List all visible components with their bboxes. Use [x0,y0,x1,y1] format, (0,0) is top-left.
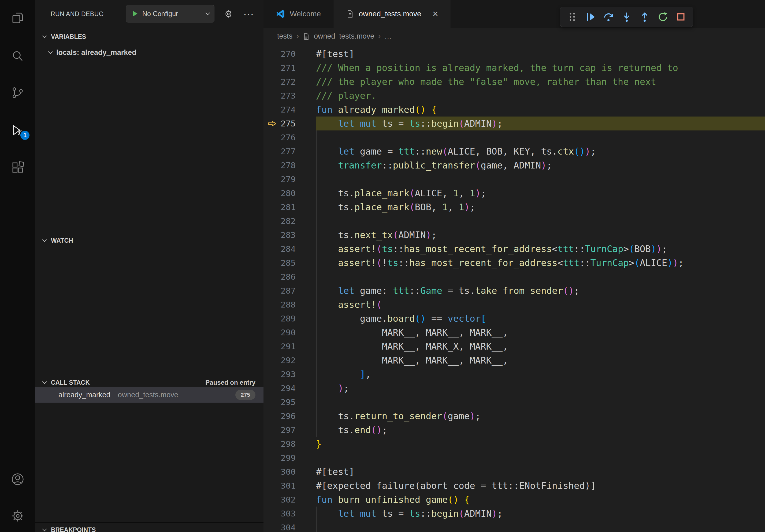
source-control-icon[interactable] [0,78,35,108]
line-number[interactable]: 301 [264,479,296,493]
breadcrumb-file[interactable]: owned_tests.move [314,32,374,40]
line-number[interactable]: 290 [264,326,296,339]
code-line-285[interactable]: 285 assert!(!ts::has_most_recent_for_add… [264,256,765,270]
code-line-274[interactable]: 274fun already_marked() { [264,103,765,117]
settings-gear-icon[interactable] [0,501,35,531]
line-number[interactable]: 297 [264,423,296,437]
code-line-297[interactable]: 297 ts.end(); [264,423,765,437]
variables-scope-locals[interactable]: locals: already_marked [35,46,264,59]
code-line-282[interactable]: 282 [264,214,765,228]
line-number[interactable]: 275 [264,117,296,131]
extensions-icon[interactable] [0,153,35,182]
line-number[interactable]: 272 [264,75,296,89]
code-line-304[interactable]: 304 [264,520,765,532]
call-stack-frame[interactable]: already_marked owned_tests.move 275 [35,387,264,402]
code-line-283[interactable]: 283 ts.next_tx(ADMIN); [264,228,765,242]
line-number[interactable]: 271 [264,61,296,75]
line-number[interactable]: 283 [264,228,296,242]
line-number[interactable]: 288 [264,298,296,312]
code-line-301[interactable]: 301#[expected_failure(abort_code = ttt::… [264,479,765,493]
line-number[interactable]: 281 [264,200,296,214]
code-line-281[interactable]: 281 ts.place_mark(BOB, 1, 1); [264,200,765,214]
line-number[interactable]: 286 [264,270,296,284]
line-number[interactable]: 277 [264,144,296,158]
line-number[interactable]: 278 [264,158,296,172]
code-line-288[interactable]: 288 assert!( [264,298,765,312]
line-number[interactable]: 273 [264,89,296,103]
files-explorer-icon[interactable] [0,3,35,33]
line-number[interactable]: 285 [264,256,296,270]
tab-owned-tests-move[interactable]: owned_tests.move × [334,0,451,28]
line-number[interactable]: 280 [264,186,296,200]
more-actions-ellipsis-icon[interactable]: ⋯ [243,9,254,19]
line-number[interactable]: 284 [264,242,296,256]
line-number[interactable]: 303 [264,507,296,520]
line-number[interactable]: 294 [264,381,296,395]
restart-button[interactable] [656,10,670,24]
line-number[interactable]: 270 [264,47,296,61]
line-number[interactable]: 274 [264,103,296,117]
code-line-280[interactable]: 280 ts.place_mark(ALICE, 1, 1); [264,186,765,200]
code-line-271[interactable]: 271/// When a position is already marked… [264,61,765,75]
debug-toolbar-drag-handle[interactable] [565,10,579,24]
start-debug-play-icon[interactable] [131,10,139,18]
code-line-299[interactable]: 299 [264,451,765,465]
code-line-278[interactable]: 278 transfer::public_transfer(game, ADMI… [264,158,765,172]
line-number[interactable]: 291 [264,339,296,353]
code-line-289[interactable]: 289 game.board() == vector[ [264,312,765,326]
section-header-breakpoints[interactable]: BREAKPOINTS [35,523,264,532]
code-line-284[interactable]: 284 assert!(ts::has_most_recent_for_addr… [264,242,765,256]
step-over-button[interactable] [602,10,615,24]
run-and-debug-icon[interactable]: 1 [0,116,35,145]
debug-settings-gear-icon[interactable] [223,9,234,19]
code-line-302[interactable]: 302fun burn_unfinished_game() { [264,493,765,507]
code-line-290[interactable]: 290 MARK__, MARK__, MARK__, [264,326,765,339]
line-number[interactable]: 304 [264,520,296,532]
code-line-277[interactable]: 277 let game = ttt::new(ALICE, BOB, KEY,… [264,144,765,158]
code-line-296[interactable]: 296 ts.return_to_sender(game); [264,409,765,423]
code-line-294[interactable]: 294 ); [264,381,765,395]
line-number[interactable]: 287 [264,284,296,298]
debug-config-dropdown[interactable]: No Configur [126,5,215,23]
breadcrumb-more[interactable]: … [384,32,391,40]
search-icon[interactable] [0,41,35,71]
code-line-275[interactable]: 275 let mut ts = ts::begin(ADMIN); [264,117,765,131]
code-line-298[interactable]: 298} [264,437,765,451]
code-line-292[interactable]: 292 MARK__, MARK__, MARK__, [264,353,765,367]
line-number[interactable]: 279 [264,172,296,186]
line-number[interactable]: 293 [264,367,296,381]
code-editor[interactable]: 270#[test]271/// When a position is alre… [264,45,765,532]
continue-button[interactable] [584,10,597,24]
line-number[interactable]: 302 [264,493,296,507]
code-line-279[interactable]: 279 [264,172,765,186]
step-out-button[interactable] [638,10,651,24]
code-line-276[interactable]: 276 [264,131,765,144]
step-into-button[interactable] [620,10,633,24]
code-line-286[interactable]: 286 [264,270,765,284]
code-line-291[interactable]: 291 MARK__, MARK_X, MARK__, [264,339,765,353]
section-header-variables[interactable]: VARIABLES [35,30,264,43]
breadcrumb-tests[interactable]: tests [277,32,293,40]
code-line-273[interactable]: 273/// player. [264,89,765,103]
line-number[interactable]: 299 [264,451,296,465]
code-line-303[interactable]: 303 let mut ts = ts::begin(ADMIN); [264,507,765,520]
account-icon[interactable] [0,464,35,494]
code-line-295[interactable]: 295 [264,395,765,409]
code-line-300[interactable]: 300#[test] [264,465,765,479]
line-number[interactable]: 298 [264,437,296,451]
line-number[interactable]: 289 [264,312,296,326]
line-number[interactable]: 282 [264,214,296,228]
section-header-watch[interactable]: WATCH [35,234,264,247]
stop-button[interactable] [674,10,688,24]
tab-welcome[interactable]: Welcome [264,0,334,28]
line-number[interactable]: 292 [264,353,296,367]
line-number[interactable]: 300 [264,465,296,479]
code-line-272[interactable]: 272/// the player who made the "false" m… [264,75,765,89]
code-line-293[interactable]: 293 ], [264,367,765,381]
line-number[interactable]: 276 [264,131,296,144]
code-line-270[interactable]: 270#[test] [264,47,765,61]
close-icon[interactable]: × [432,9,438,19]
code-line-287[interactable]: 287 let game: ttt::Game = ts.take_from_s… [264,284,765,298]
line-number[interactable]: 295 [264,395,296,409]
line-number[interactable]: 296 [264,409,296,423]
